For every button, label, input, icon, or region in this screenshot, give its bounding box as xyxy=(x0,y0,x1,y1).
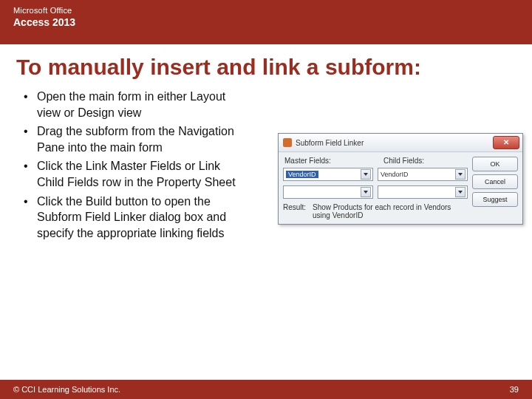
result-row: Result: Show Products for each record in… xyxy=(283,203,468,219)
body-row: Open the main form in either Layout view… xyxy=(0,84,532,244)
copyright: © CCI Learning Solutions Inc. xyxy=(13,385,120,394)
suggest-button[interactable]: Suggest xyxy=(472,192,518,207)
bullet-item: Click the Build button to open the Subfo… xyxy=(22,194,244,242)
field-row-2 xyxy=(283,185,468,199)
close-icon: ✕ xyxy=(503,139,509,146)
subform-field-linker-dialog: Subform Field Linker ✕ Master Fields: Ch… xyxy=(278,133,523,225)
master-field-combo[interactable]: VendorID xyxy=(283,168,373,181)
chevron-down-icon xyxy=(455,187,466,197)
header-line1: Microsoft Office xyxy=(13,6,519,15)
chevron-down-icon xyxy=(361,187,371,197)
child-fields-label: Child Fields: xyxy=(383,157,468,165)
page-number: 39 xyxy=(510,385,519,394)
bullet-item: Drag the subform from the Navigation Pan… xyxy=(22,123,244,155)
child-field-value: VendorID xyxy=(381,171,409,178)
child-field-combo[interactable]: VendorID xyxy=(378,168,468,181)
dialog-titlebar: Subform Field Linker ✕ xyxy=(279,134,522,152)
child-field-combo-2[interactable] xyxy=(378,185,468,199)
app-icon xyxy=(283,138,292,147)
dialog-body: Master Fields: Child Fields: VendorID xyxy=(279,152,522,224)
master-field-combo-2[interactable] xyxy=(283,185,373,199)
dialog-fields: Master Fields: Child Fields: VendorID xyxy=(283,157,468,219)
dialog-illustration: Subform Field Linker ✕ Master Fields: Ch… xyxy=(244,89,523,244)
svg-marker-0 xyxy=(364,173,368,176)
chevron-down-icon xyxy=(361,169,371,180)
field-headers: Master Fields: Child Fields: xyxy=(283,157,468,165)
svg-marker-3 xyxy=(458,191,463,194)
svg-marker-2 xyxy=(364,191,368,194)
dialog-buttons: OK Cancel Suggest xyxy=(472,157,518,219)
svg-marker-1 xyxy=(458,173,463,176)
master-fields-label: Master Fields: xyxy=(284,157,369,165)
chevron-down-icon xyxy=(455,169,466,180)
slide: Microsoft Office Access 2013 To manually… xyxy=(0,0,532,399)
slide-title: To manually insert and link a subform: xyxy=(0,44,532,84)
close-button[interactable]: ✕ xyxy=(493,136,519,149)
result-value: Show Products for each record in Vendors… xyxy=(313,203,468,219)
bullet-item: Open the main form in either Layout view… xyxy=(22,89,244,120)
cancel-button[interactable]: Cancel xyxy=(472,174,518,189)
field-row-1: VendorID VendorID xyxy=(283,168,468,181)
header-strip: Microsoft Office Access 2013 xyxy=(0,0,532,44)
dialog-title: Subform Field Linker xyxy=(296,139,364,147)
footer-strip: © CCI Learning Solutions Inc. 39 xyxy=(0,380,532,399)
bullet-item: Click the Link Master Fields or Link Chi… xyxy=(22,158,244,190)
header-line2: Access 2013 xyxy=(13,16,519,28)
result-label: Result: xyxy=(283,203,308,211)
master-field-value: VendorID xyxy=(286,171,318,178)
bullet-list: Open the main form in either Layout view… xyxy=(22,89,244,244)
ok-button[interactable]: OK xyxy=(472,157,518,171)
